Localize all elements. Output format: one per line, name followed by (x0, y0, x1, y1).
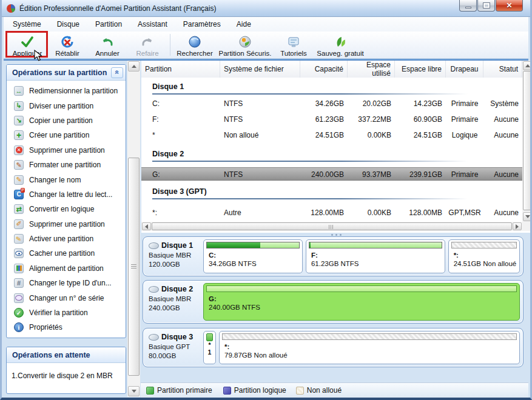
table-row-f[interactable]: F: NTFS 61.23GB 337.22MB 60.90GB Primair… (141, 113, 522, 126)
sidebar-item-label: Activer une partition (29, 235, 93, 243)
cell-free: 128.00MB (395, 206, 446, 219)
menu-aide[interactable]: Aide (229, 18, 259, 31)
table-vertical-scrollbar[interactable] (522, 61, 532, 222)
sidebar-item-verifier[interactable]: Vérifier la partition (7, 305, 126, 320)
sidebar-item-changer-nom[interactable]: Changer le nom (7, 172, 126, 187)
sidebar-item-copier[interactable]: Copier une partition (7, 113, 126, 128)
toolbar-button-retablir[interactable]: Rétablir (47, 32, 87, 58)
sidebar-item-supprimer[interactable]: Supprimer une partition (7, 143, 126, 158)
scrollbar-thumb[interactable] (152, 222, 512, 230)
sidebar-item-lettre-lecteur[interactable]: Changer la lettre du lect... (7, 187, 126, 202)
table-horizontal-scrollbar[interactable] (141, 222, 522, 231)
menu-parametres[interactable]: Paramètres (175, 18, 229, 31)
cell-status: Aucune (483, 113, 522, 126)
toolbar-button-label: Rechercher (177, 50, 212, 57)
scroll-right-arrow[interactable] (513, 222, 522, 230)
cell-free: 60.90GB (395, 113, 446, 126)
legend-unallocated: Non alloué (296, 386, 342, 395)
toolbar: Appliquer Rétablir Annuler (4, 32, 528, 59)
cell-flag: GPT,MSR (446, 206, 483, 219)
menu-partition[interactable]: Partition (87, 18, 130, 31)
cell-partition: G: (141, 168, 220, 181)
toolbar-button-annuler[interactable]: Annuler (87, 32, 127, 58)
sidebar-item-alignement[interactable]: Alignement de partition (7, 261, 126, 276)
cell-used: 0.00KB (348, 206, 395, 219)
change-type-id-icon (14, 278, 24, 288)
cell-filesystem: Non alloué (220, 128, 300, 142)
menu-disque[interactable]: Disque (49, 18, 87, 31)
close-button[interactable]: ✕ (496, 0, 523, 12)
partition-block-msr[interactable]: * 1 (203, 331, 216, 364)
cell-status: Aucune (483, 206, 522, 219)
sidebar-scrollbar[interactable] (127, 61, 140, 397)
partition-block-f[interactable]: F: 61.23GB NTFS (306, 239, 445, 273)
sidebar-item-redimensionner[interactable]: Redimensionner la partition (7, 84, 126, 98)
toolbar-button-label: Refaire (136, 50, 158, 57)
pending-operation-item[interactable]: 1.Convertir le disque 2 en MBR (7, 363, 126, 380)
logical-partition-swatch (223, 387, 231, 395)
restore-button[interactable] (477, 0, 495, 12)
scrollbar-thumb[interactable] (523, 71, 532, 210)
table-row-unallocated-1[interactable]: * Non alloué 24.51GB 0.00KB 24.51GB Logi… (141, 128, 522, 142)
column-header-flag[interactable]: Drapeau (446, 61, 483, 78)
partition-info: 79.87GB Non alloué (220, 350, 519, 359)
scroll-up-arrow[interactable] (128, 61, 140, 72)
minimize-button[interactable] (459, 0, 477, 12)
scroll-down-arrow[interactable] (128, 386, 140, 396)
disk-info[interactable]: Disque 3 Basique GPT 80.00GB (146, 331, 201, 364)
partition-blocks: C: 34.26GB NTFS F: 61.23GB NTFS *: 24.51… (203, 239, 520, 273)
partition-block-unallocated[interactable]: *: 24.51GB Non alloué (448, 239, 520, 273)
column-header-capacity[interactable]: Capacité (300, 61, 348, 78)
column-header-filesystem[interactable]: Système de fichier (220, 61, 300, 78)
collapse-chevron-icon[interactable]: « (111, 67, 123, 78)
align-partition-icon (14, 264, 24, 273)
cell-flag: Primaire (446, 168, 483, 181)
usage-bar (222, 333, 517, 340)
toolbar-button-rechercher[interactable]: Rechercher (173, 32, 217, 58)
cell-flag: Primaire (446, 97, 483, 110)
sidebar-item-numero-serie[interactable]: Changer un n° de série (7, 290, 126, 305)
sidebar-item-creer[interactable]: Créer une partition (7, 128, 126, 142)
cell-status: Aucune (483, 128, 522, 142)
disk-type: Basique MBR (149, 252, 201, 259)
table-row-c[interactable]: C: NTFS 34.26GB 20.02GB 14.23GB Primaire… (141, 97, 522, 110)
sidebar-item-cacher[interactable]: Cacher une partition (7, 246, 126, 261)
partition-block-c[interactable]: C: 34.26GB NTFS (203, 239, 303, 273)
partition-block-g-selected[interactable]: G: 240.00GB NTFS (203, 283, 520, 321)
sidebar-item-type-id[interactable]: Changer le type ID d'un... (7, 276, 126, 290)
thumb-grip (131, 264, 136, 270)
sidebar-item-formater[interactable]: Formater une partition (7, 158, 126, 172)
toolbar-button-sauvegarde[interactable]: Sauveg. gratuit (314, 32, 367, 58)
column-header-free[interactable]: Espace libre (395, 61, 446, 78)
disk-panel-1: Disque 1 Basique MBR 120.00GB C: 34.26GB… (143, 236, 524, 276)
toolbar-button-partition-securis[interactable]: Partition Sécuris. (217, 32, 274, 58)
menu-systeme[interactable]: Système (5, 18, 49, 31)
sidebar-item-effacer[interactable]: Supprimer une partition (7, 217, 126, 232)
msr-chip (206, 333, 213, 341)
sidebar-item-diviser[interactable]: Diviser une partition (7, 98, 126, 113)
toolbar-button-refaire[interactable]: Refaire (127, 32, 167, 58)
scrollbar-thumb[interactable] (128, 158, 140, 376)
partition-block-unallocated-gpt[interactable]: *: 79.87GB Non alloué (219, 331, 520, 364)
scroll-left-arrow[interactable] (142, 222, 151, 230)
cell-capacity: 34.26GB (300, 97, 348, 110)
table-row-g-selected[interactable]: G: NTFS 240.00GB 93.37MB 239.91GB Primai… (141, 167, 522, 181)
toolbar-button-tutoriels[interactable]: Tutoriels (274, 32, 314, 58)
sidebar-item-proprietes[interactable]: Propriétés (7, 320, 126, 335)
secure-partition-icon (238, 34, 252, 50)
sidebar-item-activer[interactable]: Activer une partition (7, 232, 126, 246)
disk-info[interactable]: Disque 2 Basique MBR 240.00GB (146, 283, 201, 321)
disk-icon (149, 286, 159, 293)
column-header-status[interactable]: Statut (483, 61, 522, 78)
scroll-up-arrow[interactable] (523, 61, 532, 70)
menu-assistant[interactable]: Assistant (130, 18, 175, 31)
column-header-partition[interactable]: Partition (141, 61, 220, 78)
cell-capacity: 128.00MB (300, 206, 348, 219)
cell-capacity: 61.23GB (300, 113, 348, 126)
scroll-down-arrow[interactable] (523, 212, 532, 221)
sidebar-item-convertir-logique[interactable]: Convertir en logique (7, 202, 126, 216)
column-header-used[interactable]: Espace utilisé (348, 61, 395, 78)
panel-header: Opérations sur la partition « (7, 65, 126, 81)
table-row-gpt-msr[interactable]: *: Autre 128.00MB 0.00KB 128.00MB GPT,MS… (141, 206, 522, 219)
disk-info[interactable]: Disque 1 Basique MBR 120.00GB (146, 239, 201, 273)
